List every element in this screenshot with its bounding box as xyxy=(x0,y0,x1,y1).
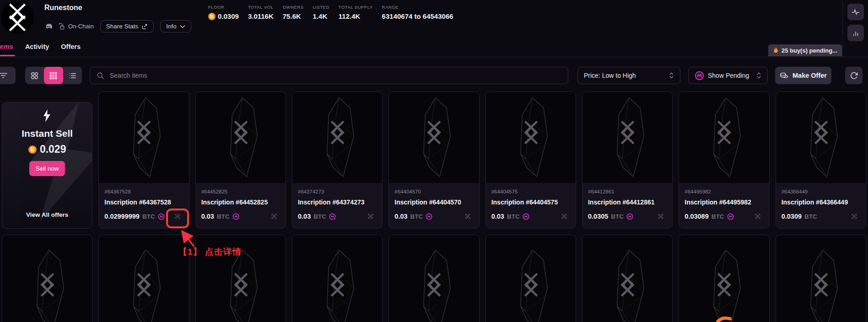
item-image xyxy=(99,92,189,183)
tab-activity[interactable]: Activity xyxy=(25,43,49,50)
on-chain-label: On-Chain xyxy=(68,23,94,30)
on-chain-chip: On-Chain xyxy=(59,23,94,30)
item-card[interactable]: #64374273Inscription #643742730.03BTC xyxy=(292,91,383,229)
list-view-icon xyxy=(68,71,77,80)
item-card[interactable] xyxy=(98,235,189,322)
annotation-arrow-partial xyxy=(716,316,732,322)
pulse-icon xyxy=(851,7,860,16)
active-tab-underline xyxy=(0,55,15,56)
view-list-button[interactable] xyxy=(63,67,82,84)
discord-icon[interactable] xyxy=(44,23,52,30)
stat-owners: OWNERS75.6K xyxy=(283,5,304,20)
item-card[interactable]: #64366449Inscription #643664490.0309BTC xyxy=(776,91,866,229)
pending-filter-value: Show Pending xyxy=(708,72,749,79)
item-card[interactable] xyxy=(388,235,479,322)
item-card[interactable]: #64367528Inscription #643675280.02999999… xyxy=(98,91,189,229)
view-all-offers-link[interactable]: View All offers xyxy=(2,211,92,218)
item-card[interactable]: #64404570Inscription #644045700.03BTC xyxy=(388,91,479,229)
expand-scan-icon xyxy=(658,211,664,221)
expand-scan-icon xyxy=(464,211,471,221)
stat-value-text: 0.0309 xyxy=(218,12,239,20)
instant-sell-price: B 0.029 xyxy=(28,143,66,156)
items-grid-row-1: Instant Sell B 0.029 Sell now View All o… xyxy=(2,91,866,229)
expand-scan-icon xyxy=(851,211,857,221)
bar-chart-icon xyxy=(852,29,860,37)
tab-items[interactable]: Items xyxy=(0,43,13,50)
item-detail-scan-button[interactable] xyxy=(558,210,570,222)
item-price-row: 0.0309BTC xyxy=(782,210,860,222)
annotation-highlight-rect xyxy=(166,209,189,228)
item-price: 0.0305 xyxy=(588,213,608,220)
instant-sell-card: Instant Sell B 0.029 Sell now View All o… xyxy=(2,102,92,229)
sort-dropdown[interactable]: Price: Low to High xyxy=(577,67,680,84)
sell-now-button[interactable]: Sell now xyxy=(29,161,65,176)
item-card[interactable] xyxy=(292,235,383,322)
stat-total-vol: TOTAL VOL3.0116K xyxy=(248,5,274,20)
view-small-grid-button[interactable] xyxy=(44,67,63,84)
stat-label: FLOOR xyxy=(208,5,239,10)
runestone-crystal-image xyxy=(109,95,178,180)
item-info: #64412861Inscription #644128610.0305BTC xyxy=(582,183,672,222)
item-price-row: 0.03089BTC xyxy=(685,210,763,222)
magic-eden-badge-icon xyxy=(626,213,633,220)
item-card[interactable]: #64412861Inscription #644128610.0305BTC xyxy=(582,91,673,229)
item-detail-scan-button[interactable] xyxy=(365,210,377,222)
search-input[interactable] xyxy=(109,71,561,80)
item-detail-scan-button[interactable] xyxy=(268,210,280,222)
item-currency: BTC xyxy=(712,213,724,220)
item-name: Inscription #64367528 xyxy=(104,199,183,206)
item-image xyxy=(776,235,866,322)
item-name: Inscription #64404570 xyxy=(394,199,473,206)
refresh-button[interactable] xyxy=(845,67,863,84)
magic-eden-badge-icon xyxy=(232,213,239,220)
item-detail-scan-button[interactable] xyxy=(848,210,860,222)
make-offer-label: Make Offer xyxy=(793,72,827,79)
item-card[interactable]: #64495982Inscription #644959820.03089BTC xyxy=(679,91,769,229)
share-stats-button[interactable]: Share Stats xyxy=(100,20,154,32)
coins-icon xyxy=(780,72,789,79)
pending-buys-badge[interactable]: 25 buy(s) pending... xyxy=(768,44,842,56)
make-offer-button[interactable]: Make Offer xyxy=(775,67,831,84)
pending-filter-dropdown[interactable]: Show Pending xyxy=(688,67,768,84)
info-dropdown-button[interactable]: Info xyxy=(160,20,191,32)
stat-value: 63140674 to 64543066 xyxy=(382,12,453,20)
item-id: #64452825 xyxy=(201,189,280,194)
item-price-row: 0.03BTC xyxy=(394,210,473,222)
view-large-grid-button[interactable] xyxy=(25,67,44,84)
filter-button[interactable] xyxy=(0,67,16,84)
runestone-crystal-image xyxy=(303,95,372,180)
item-price: 0.03 xyxy=(298,213,311,220)
runestone-crystal-image xyxy=(496,95,565,180)
item-detail-scan-button[interactable] xyxy=(462,210,474,222)
item-image xyxy=(389,235,479,322)
collection-tabs: ItemsActivityOffers xyxy=(0,43,81,50)
item-detail-scan-button[interactable] xyxy=(655,210,667,222)
activity-chart-button[interactable] xyxy=(847,4,864,20)
tab-offers[interactable]: Offers xyxy=(61,43,81,50)
stat-label: TOTAL SUPPLY xyxy=(339,5,373,10)
item-card[interactable]: #64452825Inscription #644528250.03BTC xyxy=(195,91,286,229)
collection-logo xyxy=(1,1,34,34)
instant-sell-title: Instant Sell xyxy=(22,128,73,139)
refresh-icon xyxy=(850,71,858,80)
item-card[interactable] xyxy=(776,235,866,322)
item-price-row: 0.0305BTC xyxy=(588,210,667,222)
item-detail-scan-button[interactable] xyxy=(752,210,764,222)
item-info: #64495982Inscription #644959820.03089BTC xyxy=(679,183,769,222)
item-card[interactable]: #64404575Inscription #644045750.03BTC xyxy=(485,91,576,229)
item-card[interactable] xyxy=(679,235,769,322)
item-card[interactable] xyxy=(485,235,576,322)
item-currency: BTC xyxy=(410,213,423,220)
item-id: #64404570 xyxy=(394,189,473,194)
stat-label: TOTAL VOL xyxy=(248,5,274,10)
item-name: Inscription #64404575 xyxy=(491,199,570,206)
item-info: #64404570Inscription #644045700.03BTC xyxy=(389,183,479,222)
stat-value: B0.0309 xyxy=(208,12,239,20)
share-external-icon xyxy=(141,23,148,30)
item-price-row: 0.03BTC xyxy=(491,210,570,222)
item-card[interactable] xyxy=(582,235,673,322)
item-id: #64495982 xyxy=(685,189,763,194)
depth-chart-button[interactable] xyxy=(847,25,864,41)
item-card[interactable] xyxy=(2,235,92,322)
item-image xyxy=(486,92,576,183)
